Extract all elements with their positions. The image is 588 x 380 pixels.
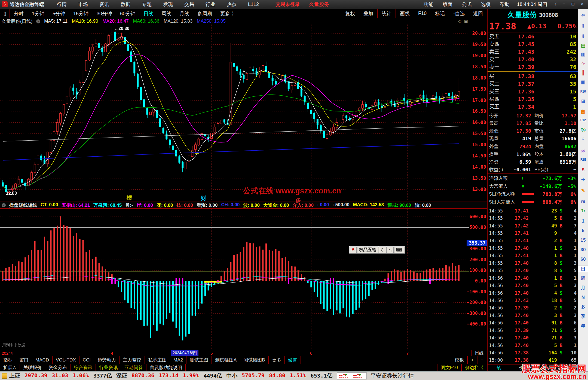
strip-period-年[interactable]: 年 bbox=[578, 323, 588, 329]
ext-tab-行业资讯[interactable]: 行业资讯 bbox=[96, 364, 121, 371]
ext-tab-扩展∧[interactable]: 扩展∧ bbox=[0, 364, 20, 371]
collapse-icon[interactable]: 〈 bbox=[550, 1, 559, 8]
menu-item-公式[interactable]: 公式 bbox=[457, 1, 476, 8]
minimize-icon[interactable]: − bbox=[559, 1, 568, 8]
menu-item-功能[interactable]: 功能 bbox=[419, 1, 438, 8]
menu-item-市场[interactable]: 市场 bbox=[72, 2, 94, 7]
menu-item-资讯[interactable]: 资讯 bbox=[94, 2, 115, 7]
ime-keyboard-icon[interactable]: ⌨ bbox=[394, 247, 404, 253]
period-tab-5分钟[interactable]: 5分钟 bbox=[48, 10, 69, 17]
menu-item-选项[interactable]: 选项 bbox=[476, 1, 495, 8]
menu-item-L1L2[interactable]: L1L2 bbox=[242, 2, 265, 7]
ask-row[interactable]: 卖四17.4585 bbox=[488, 40, 578, 48]
strip-period-月[interactable]: 月 bbox=[578, 285, 588, 291]
report-icon[interactable]: ▤ bbox=[578, 43, 588, 48]
ime-toolbar[interactable]: A极品五笔☾·,⌨ bbox=[349, 246, 405, 254]
market-pattern-icon[interactable] bbox=[337, 372, 367, 379]
f10-icon[interactable]: F10 bbox=[578, 90, 588, 93]
bid-row[interactable]: 买二17.3735 bbox=[488, 80, 578, 88]
bottom-tab-设置[interactable]: 设置 bbox=[285, 356, 301, 364]
menu-item-帮助[interactable]: 帮助 bbox=[495, 1, 514, 8]
circle-icon[interactable]: ○ bbox=[578, 136, 588, 141]
wave-icon[interactable]: ≋ bbox=[578, 148, 588, 154]
toolbar-button-叠加[interactable]: 叠加 bbox=[359, 9, 377, 18]
period-tab-30分钟[interactable]: 30分钟 bbox=[93, 10, 116, 17]
period-tab-分时[interactable]: 分时 bbox=[10, 10, 28, 17]
move-icon[interactable]: ✛ bbox=[578, 177, 588, 183]
trend-chart-icon[interactable]: ∿ bbox=[578, 60, 588, 66]
bottom-tab-测试主图[interactable]: 测试主图 bbox=[186, 356, 212, 364]
ext-tab-综合资讯[interactable]: 综合资讯 bbox=[71, 364, 96, 371]
bottom-tab-测试幅图A[interactable]: 测试幅图A bbox=[212, 356, 240, 364]
menu-item-版面[interactable]: 版面 bbox=[438, 1, 457, 8]
period-tab-1分钟[interactable]: 1分钟 bbox=[28, 10, 48, 17]
chevron-circle-icon[interactable]: ∨ bbox=[36, 19, 40, 23]
strip-period-日[interactable]: 日 bbox=[578, 266, 588, 272]
main-chart-canvas[interactable] bbox=[0, 25, 487, 202]
toolbar-button--自选[interactable]: -自选 bbox=[449, 9, 469, 18]
up-icon[interactable]: ⇧ bbox=[578, 23, 588, 29]
bottom-tab-MA2[interactable]: MA2 bbox=[170, 356, 186, 364]
multi-window-icon[interactable]: ▣ bbox=[578, 79, 588, 85]
menu-item-交易[interactable]: 交易 bbox=[179, 2, 200, 7]
period-tab-周线[interactable]: 周线 bbox=[157, 10, 175, 17]
toolbar-button-统计[interactable]: 统计 bbox=[377, 9, 396, 18]
ext-tab-互动问答[interactable]: 互动问答 bbox=[121, 364, 146, 371]
template-button-模板[interactable]: 模板 bbox=[451, 356, 467, 364]
template-button-−[interactable]: − bbox=[477, 356, 487, 364]
pencil-icon[interactable]: ✎ bbox=[578, 188, 588, 193]
strip-period-5[interactable]: 5 bbox=[578, 227, 588, 234]
volume-bars-icon[interactable]: ▥ bbox=[578, 51, 588, 57]
bottom-tab-私募主图[interactable]: 私募主图 bbox=[145, 356, 170, 364]
toolbar-button-返回[interactable]: 返回 bbox=[469, 9, 487, 18]
ext-tab-普及版功能说明[interactable]: 普及版功能说明 bbox=[146, 364, 186, 371]
self-select-icon[interactable]: 自 bbox=[578, 109, 588, 115]
f5-icon[interactable]: F5 bbox=[578, 200, 588, 204]
menu-item-专题[interactable]: 专题 bbox=[136, 2, 157, 7]
bottom-tab-窗口[interactable]: 窗口 bbox=[16, 356, 32, 364]
refresh-icon[interactable]: ↻ bbox=[578, 208, 588, 214]
login-status[interactable]: 交易未登录 bbox=[275, 1, 300, 8]
toolbar-button-F10[interactable]: F10 bbox=[414, 9, 431, 18]
dollar-icon[interactable]: $ bbox=[578, 167, 588, 173]
kline-icon[interactable]: ║ bbox=[578, 70, 588, 75]
bottom-tab-MACD[interactable]: MACD bbox=[32, 356, 53, 364]
ask-row[interactable]: 卖三17.43242 bbox=[488, 48, 578, 56]
period-tab-更多 〉[interactable]: 更多 〉 bbox=[216, 10, 240, 17]
ask-row[interactable]: 卖一17.3976 bbox=[488, 63, 578, 71]
ime-punct-icon[interactable]: ·, bbox=[387, 247, 394, 253]
menu-item-发现[interactable]: 发现 bbox=[157, 2, 179, 7]
period-tab-月线[interactable]: 月线 bbox=[175, 10, 193, 17]
ask-row[interactable]: 卖二17.4032 bbox=[488, 56, 578, 63]
strip-period-N[interactable]: N bbox=[578, 294, 588, 301]
diamond-icon[interactable]: ◇ bbox=[458, 19, 461, 24]
indicator-chart-canvas[interactable] bbox=[0, 209, 487, 350]
bottom-tab-更多[interactable]: 更多 bbox=[269, 356, 285, 364]
bottom-tab-VOL-TDX[interactable]: VOL-TDX bbox=[53, 356, 79, 364]
period-tab-15分钟[interactable]: 15分钟 bbox=[69, 10, 93, 17]
structure-icon[interactable]: ⊞ bbox=[578, 98, 588, 104]
ext-right-图文F10[interactable]: 图文F10 bbox=[437, 364, 461, 371]
formula-icon[interactable]: f(x) bbox=[578, 128, 588, 132]
period-tab-日线[interactable]: 日线 bbox=[139, 10, 157, 17]
ime-fullhalf-icon[interactable]: ☾ bbox=[379, 247, 387, 253]
strip-period-1[interactable]: 1 bbox=[578, 218, 588, 224]
back-icon[interactable]: ⇦ bbox=[578, 12, 588, 18]
period-label-cell[interactable]: 日线 bbox=[471, 350, 486, 356]
ime-name-label[interactable]: 极品五笔 bbox=[357, 247, 378, 253]
strip-period-15[interactable]: 15 bbox=[578, 237, 588, 244]
strip-period-周[interactable]: 周 bbox=[578, 275, 588, 282]
strip-period-多[interactable]: 多 bbox=[578, 304, 588, 310]
close-icon[interactable]: × bbox=[578, 1, 587, 8]
menu-item-行情[interactable]: 行情 bbox=[51, 2, 72, 7]
bottom-tab-指标[interactable]: 指标 bbox=[0, 356, 16, 364]
ext-right-侧边栏《[interactable]: 侧边栏《 bbox=[461, 364, 487, 371]
bottom-tab-测试幅图B[interactable]: 测试幅图B bbox=[240, 356, 268, 364]
market-icon[interactable] bbox=[2, 373, 7, 379]
toolbar-button-标记[interactable]: 标记 bbox=[431, 9, 449, 18]
template-button-+[interactable]: + bbox=[467, 356, 477, 364]
ask-row[interactable]: 卖五17.4610 bbox=[488, 33, 578, 40]
strip-period-60[interactable]: 60 bbox=[578, 256, 588, 263]
menubar-stock-name[interactable]: 久量股份 bbox=[309, 1, 329, 8]
layout-toggle-icon[interactable]: ▯ bbox=[0, 9, 10, 18]
